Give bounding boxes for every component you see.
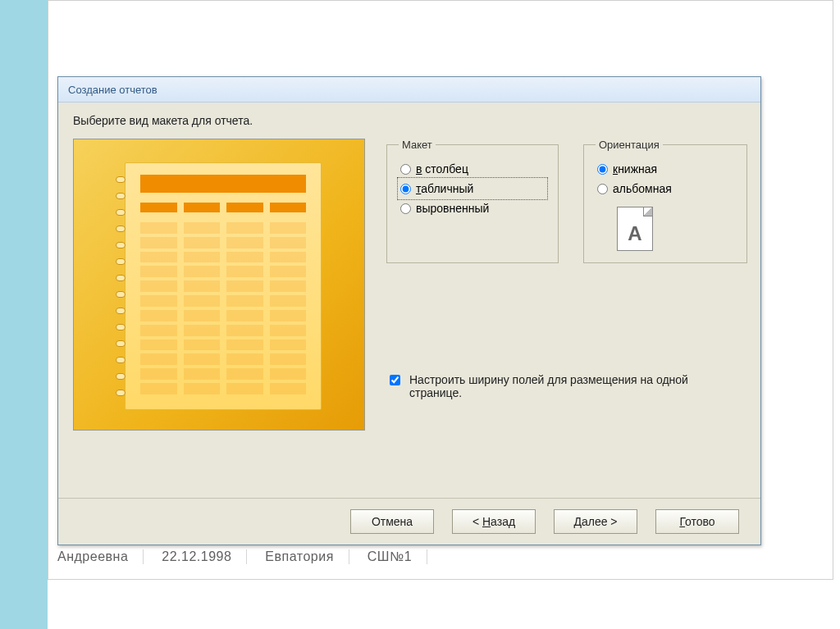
next-button[interactable]: Далее > <box>554 509 637 534</box>
radio-columnar[interactable]: в столбец <box>399 159 546 179</box>
preview-notebook-icon <box>125 162 322 410</box>
dialog-footer: Отмена < Назад Далее > Готово <box>58 498 760 545</box>
fit-width-checkbox[interactable]: Настроить ширину полей для размещения на… <box>386 373 698 399</box>
fit-width-checkbox-label: Настроить ширину полей для размещения на… <box>409 373 698 399</box>
report-wizard-dialog: Создание отчетов Выберите вид макета для… <box>57 76 761 545</box>
orientation-icon-letter: A <box>628 222 641 245</box>
radio-portrait-label: книжная <box>613 162 657 175</box>
radio-landscape-label: альбомная <box>613 182 672 195</box>
background-row: Андреевна 22.12.1998 Евпатория СШ№1 <box>57 549 427 564</box>
bg-cell: СШ№1 <box>368 549 427 564</box>
dialog-titlebar[interactable]: Создание отчетов <box>58 77 760 103</box>
bg-cell: Андреевна <box>57 549 144 564</box>
layout-preview <box>73 139 365 431</box>
orientation-fieldset: Ориентация книжная альбомная A <box>583 139 747 263</box>
radio-tabular-input[interactable] <box>400 184 411 194</box>
orientation-page-icon: A <box>617 207 653 251</box>
presentation-stripe <box>0 0 48 629</box>
radio-columnar-label: в столбец <box>416 162 468 175</box>
radio-landscape-input[interactable] <box>597 184 608 194</box>
dialog-title: Создание отчетов <box>68 84 158 96</box>
radio-landscape[interactable]: альбомная <box>596 179 735 198</box>
radio-portrait[interactable]: книжная <box>596 159 735 179</box>
radio-justified-input[interactable] <box>400 203 411 214</box>
radio-justified-label: выровненный <box>416 202 489 215</box>
radio-portrait-input[interactable] <box>597 164 608 175</box>
bg-cell: 22.12.1998 <box>162 549 247 564</box>
orientation-legend: Ориентация <box>596 139 663 151</box>
radio-columnar-input[interactable] <box>400 164 411 175</box>
back-button[interactable]: < Назад <box>452 509 536 534</box>
radio-tabular[interactable]: табличный <box>399 179 546 198</box>
fit-width-checkbox-input[interactable] <box>390 375 400 385</box>
dialog-body: Выберите вид макета для отчета. <box>58 103 760 498</box>
layout-legend: Макет <box>399 139 436 151</box>
bg-cell: Евпатория <box>265 549 349 564</box>
radio-justified[interactable]: выровненный <box>399 198 546 218</box>
cancel-button[interactable]: Отмена <box>350 509 434 534</box>
finish-button[interactable]: Готово <box>655 509 739 534</box>
radio-tabular-label: табличный <box>416 182 473 195</box>
instruction-text: Выберите вид макета для отчета. <box>73 114 746 127</box>
layout-fieldset: Макет в столбец табличный выровненный <box>386 139 559 263</box>
